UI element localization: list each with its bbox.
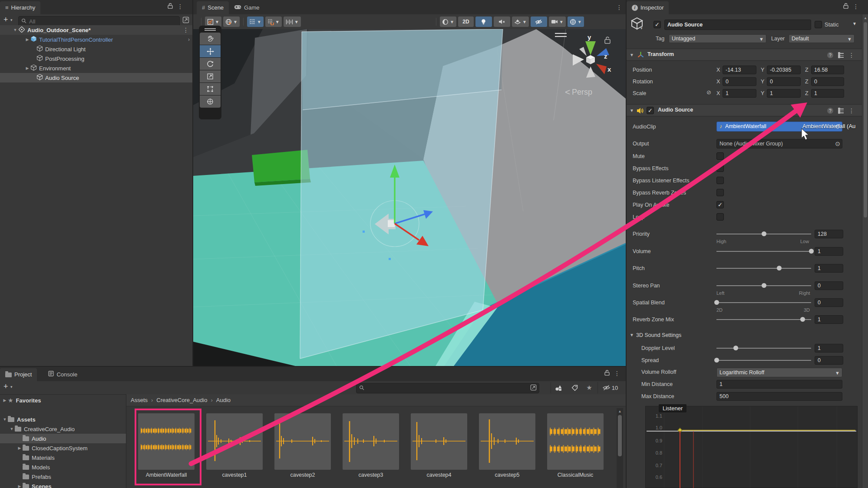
rotation-x-field[interactable]: 0	[723, 77, 756, 86]
lock-icon[interactable]	[604, 370, 610, 377]
static-dropdown-icon[interactable]: ▼	[852, 21, 857, 26]
pitch-slider[interactable]	[716, 264, 811, 273]
scene-menu-icon[interactable]: ⋮	[183, 26, 189, 33]
scene-audio-button[interactable]	[494, 16, 510, 27]
position-x-field[interactable]: -14.13	[723, 66, 756, 74]
tree-item-materials[interactable]: Materials	[0, 453, 126, 462]
project-search-input[interactable]	[366, 385, 530, 392]
inspector-scrollbar[interactable]: ▲	[862, 14, 868, 488]
scene-visibility-button[interactable]	[531, 16, 547, 27]
favorites-star-button[interactable]: ★	[583, 382, 596, 393]
pick-window-icon[interactable]	[182, 16, 189, 25]
rect-tool-button[interactable]	[200, 83, 221, 95]
tree-item-assets[interactable]: ▼ Assets	[0, 415, 126, 424]
reverb-zone-mix-slider[interactable]	[716, 315, 811, 324]
static-checkbox[interactable]	[815, 21, 822, 28]
scroll-up-icon[interactable]: ▲	[618, 409, 622, 413]
overlay-drag-handle[interactable]	[205, 28, 216, 29]
hierarchy-item-postprocessing[interactable]: PostProcessing	[0, 54, 193, 63]
spread-value-field[interactable]: 0	[815, 356, 843, 365]
foldout-icon[interactable]: ▼	[12, 28, 18, 32]
foldout-icon[interactable]: ▼	[630, 53, 634, 57]
gameobject-name-field[interactable]: Audio Source	[664, 20, 811, 30]
foldout-icon[interactable]: ▶	[24, 37, 30, 42]
bypass-listener-effects-checkbox[interactable]	[716, 177, 724, 184]
add-dropdown-icon[interactable]: ▾	[10, 385, 13, 389]
max-distance-field[interactable]: 500	[716, 392, 842, 401]
component-menu-icon[interactable]: ⋮	[848, 52, 855, 59]
effects-visibility-button[interactable]: ▼	[512, 16, 529, 27]
scrollbar-thumb[interactable]	[618, 415, 622, 456]
audio-source-header[interactable]: ▼ Audio Source ? ⋮	[627, 104, 862, 116]
asset-label[interactable]: cavestep4	[406, 472, 472, 478]
tree-item-audio[interactable]: Audio	[0, 434, 126, 443]
link-off-icon[interactable]: ⊘	[706, 89, 711, 96]
scroll-up-icon[interactable]: ▲	[864, 16, 867, 20]
presets-icon[interactable]	[838, 53, 844, 58]
transform-header[interactable]: ▼ Transform ? ⋮	[627, 49, 862, 61]
camera-settings-button[interactable]: ▼	[549, 16, 566, 27]
asset-thumbnail-cavestep5[interactable]	[479, 413, 535, 470]
hierarchy-scene-row[interactable]: ▼ Audio_Outdoor_Scene* ⋮	[0, 25, 193, 35]
hierarchy-menu-icon[interactable]: ⋮	[177, 3, 183, 10]
scene-panel-menu-icon[interactable]: ⋮	[616, 4, 622, 11]
tab-console[interactable]: Console	[43, 368, 83, 381]
help-icon[interactable]: ?	[827, 52, 833, 58]
grid-scrollbar[interactable]: ▲	[617, 408, 623, 488]
add-button[interactable]: +	[3, 15, 8, 24]
bypass-effects-checkbox[interactable]	[716, 165, 724, 172]
breadcrumb-assets[interactable]: Assets	[131, 397, 148, 403]
foldout-icon[interactable]: ▶	[24, 66, 30, 70]
gameobject-cube-icon[interactable]: ▾	[630, 16, 644, 32]
doppler-level-slider[interactable]	[716, 344, 811, 353]
scale-y-field[interactable]: 1	[767, 89, 801, 98]
audio-source-enabled-checkbox[interactable]	[647, 107, 654, 114]
tab-game[interactable]: Game	[229, 1, 264, 14]
rolloff-curve[interactable]	[680, 430, 855, 431]
gameobject-active-checkbox[interactable]	[653, 21, 661, 28]
grid-snapping-button[interactable]: ▼	[284, 16, 301, 27]
transform-tool-button[interactable]	[200, 96, 221, 108]
gizmos-button[interactable]: ▼	[568, 16, 584, 27]
rotation-y-field[interactable]: 0	[767, 77, 801, 86]
project-menu-icon[interactable]: ⋮	[614, 370, 620, 377]
hierarchy-item-audio-source[interactable]: Audio Source	[0, 73, 193, 82]
presets-icon[interactable]	[838, 108, 844, 113]
breadcrumb-audio[interactable]: Audio	[216, 397, 231, 403]
asset-thumbnail-classicalmusic[interactable]	[547, 413, 604, 470]
tree-item-favorites[interactable]: ▶ ★ Favorites	[0, 396, 126, 405]
tree-item-prefabs[interactable]: Prefabs	[0, 472, 126, 481]
scale-x-field[interactable]: 1	[723, 89, 756, 98]
foldout-icon[interactable]: ▶	[17, 446, 23, 450]
asset-label[interactable]: cavestep3	[338, 472, 403, 478]
panel-divider-vertical-left[interactable]	[192, 0, 193, 366]
view-tool-button[interactable]	[200, 33, 221, 45]
asset-thumbnail-cavestep1[interactable]	[206, 413, 263, 470]
volume-rolloff-dropdown[interactable]: Logarithmic Rolloff▼	[716, 368, 842, 377]
prefab-open-arrow[interactable]: ›	[188, 36, 190, 43]
rotate-tool-button[interactable]	[200, 58, 221, 70]
spread-slider[interactable]	[716, 356, 811, 365]
hidden-count-button[interactable]: 10	[597, 382, 622, 393]
move-tool-button[interactable]	[200, 45, 221, 57]
hierarchy-item-directional-light[interactable]: Directional Light	[0, 44, 193, 54]
layer-dropdown[interactable]: Default▼	[789, 34, 855, 43]
stereo-pan-slider[interactable]	[716, 281, 811, 290]
play-on-awake-checkbox[interactable]	[716, 201, 724, 208]
scale-z-field[interactable]: 1	[811, 89, 844, 98]
search-in-window-icon[interactable]	[530, 384, 537, 392]
foldout-icon[interactable]: ▶	[2, 398, 8, 402]
breadcrumb-creativecore-audio[interactable]: CreativeCore_Audio	[156, 397, 207, 403]
position-y-field[interactable]: -0.20385	[767, 66, 801, 74]
asset-label[interactable]: cavestep2	[270, 472, 335, 478]
bypass-reverb-zones-checkbox[interactable]	[716, 189, 724, 196]
priority-value-field[interactable]: 128	[815, 230, 843, 238]
grid-visibility-button[interactable]: ▼	[247, 16, 264, 27]
foldout-icon[interactable]: ▼	[2, 417, 8, 422]
scrollbar-thumb[interactable]	[864, 22, 867, 218]
tree-item-creativecore-audio[interactable]: ▼ CreativeCore_Audio	[0, 424, 126, 434]
hierarchy-item-tutorialthirdpersoncontroller[interactable]: ▶ TutorialThirdPersonController ›	[0, 35, 193, 44]
asset-thumbnail-cavestep4[interactable]	[411, 413, 467, 470]
hierarchy-item-environment[interactable]: ▶ Environment	[0, 63, 193, 73]
rolloff-graph[interactable]: 1.1 1.0 0.9 0.8 0.7 0.6 Listener	[645, 406, 858, 488]
